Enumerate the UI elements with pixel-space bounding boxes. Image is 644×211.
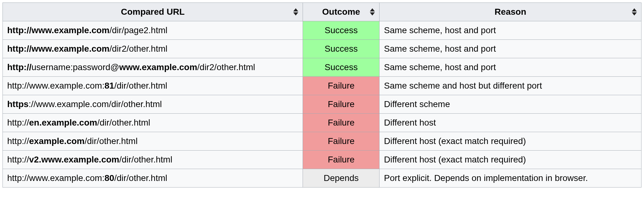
- url-segment: /dir/other.html: [119, 155, 172, 164]
- url-segment: 81: [104, 81, 114, 90]
- header-label: Outcome: [322, 7, 360, 17]
- sort-icon: [370, 8, 375, 16]
- cell-reason: Different host (exact match required): [380, 151, 641, 169]
- cell-outcome: Failure: [303, 132, 380, 151]
- table-row: http://example.com/dir/other.htmlFailure…: [3, 132, 641, 151]
- header-compared-url[interactable]: Compared URL: [3, 3, 303, 21]
- header-outcome[interactable]: Outcome: [303, 3, 380, 21]
- url-segment: http://www.example.com:: [7, 173, 104, 183]
- cell-reason: Different scheme: [380, 95, 641, 114]
- table-header-row: Compared URL Outcome Reason: [3, 3, 641, 21]
- url-segment: username:password@: [32, 62, 119, 72]
- table-row: http://www.example.com/dir/page2.htmlSuc…: [3, 21, 641, 40]
- cell-outcome: Failure: [303, 151, 380, 169]
- cell-outcome: Depends: [303, 169, 380, 188]
- table-row: https://www.example.com/dir/other.htmlFa…: [3, 95, 641, 114]
- cell-compared-url: http://username:password@www.example.com…: [3, 58, 303, 77]
- cell-reason: Same scheme, host and port: [380, 58, 641, 77]
- url-segment: 80: [104, 173, 114, 183]
- url-segment: ://www.example.com/dir/other.html: [28, 99, 162, 109]
- url-segment: /dir/other.html: [84, 136, 138, 146]
- same-origin-table: Compared URL Outcome Reason: [3, 3, 641, 188]
- cell-compared-url: http://www.example.com/dir/page2.html: [3, 21, 303, 40]
- table-row: http://www.example.com:80/dir/other.html…: [3, 169, 641, 188]
- table-row: http://www.example.com/dir2/other.htmlSu…: [3, 40, 641, 58]
- url-segment: /dir/other.html: [114, 173, 167, 183]
- cell-reason: Port explicit. Depends on implementation…: [380, 169, 641, 188]
- url-segment: www.example.com: [119, 62, 197, 72]
- cell-compared-url: http://www.example.com/dir2/other.html: [3, 40, 303, 58]
- url-segment: /dir/page2.html: [109, 25, 167, 35]
- cell-compared-url: http://www.example.com:81/dir/other.html: [3, 77, 303, 95]
- url-segment: http://www.example.com: [7, 25, 109, 35]
- header-label: Compared URL: [121, 7, 185, 17]
- table-row: http://www.example.com:81/dir/other.html…: [3, 77, 641, 95]
- url-segment: https: [7, 99, 28, 109]
- cell-outcome: Failure: [303, 95, 380, 114]
- table-row: http://v2.www.example.com/dir/other.html…: [3, 151, 641, 169]
- cell-compared-url: https://www.example.com/dir/other.html: [3, 95, 303, 114]
- cell-reason: Same scheme, host and port: [380, 21, 641, 40]
- url-segment: http://www.example.com: [7, 44, 109, 54]
- cell-reason: Different host (exact match required): [380, 132, 641, 151]
- url-segment: /dir2/other.html: [197, 62, 255, 72]
- sort-icon: [293, 8, 298, 16]
- url-segment: v2.www.example.com: [29, 155, 119, 164]
- cell-reason: Different host: [380, 114, 641, 132]
- url-segment: /dir/other.html: [97, 118, 150, 127]
- cell-outcome: Success: [303, 21, 380, 40]
- url-segment: http://: [7, 136, 29, 146]
- cell-compared-url: http://example.com/dir/other.html: [3, 132, 303, 151]
- header-label: Reason: [495, 7, 526, 17]
- cell-outcome: Success: [303, 58, 380, 77]
- cell-reason: Same scheme, host and port: [380, 40, 641, 58]
- cell-compared-url: http://v2.www.example.com/dir/other.html: [3, 151, 303, 169]
- header-reason[interactable]: Reason: [380, 3, 641, 21]
- url-segment: /dir/other.html: [114, 81, 167, 90]
- url-segment: en.example.com: [29, 118, 97, 127]
- sort-icon: [632, 8, 637, 16]
- cell-outcome: Failure: [303, 77, 380, 95]
- url-segment: http://: [7, 155, 29, 164]
- cell-reason: Same scheme and host but different port: [380, 77, 641, 95]
- url-segment: http://www.example.com:: [7, 81, 104, 90]
- cell-outcome: Failure: [303, 114, 380, 132]
- url-segment: /dir2/other.html: [109, 44, 167, 54]
- table-row: http://username:password@www.example.com…: [3, 58, 641, 77]
- url-segment: http://: [7, 62, 32, 72]
- cell-outcome: Success: [303, 40, 380, 58]
- table-body: http://www.example.com/dir/page2.htmlSuc…: [3, 21, 641, 188]
- url-segment: example.com: [29, 136, 84, 146]
- cell-compared-url: http://www.example.com:80/dir/other.html: [3, 169, 303, 188]
- url-segment: http://: [7, 118, 29, 127]
- cell-compared-url: http://en.example.com/dir/other.html: [3, 114, 303, 132]
- table-row: http://en.example.com/dir/other.htmlFail…: [3, 114, 641, 132]
